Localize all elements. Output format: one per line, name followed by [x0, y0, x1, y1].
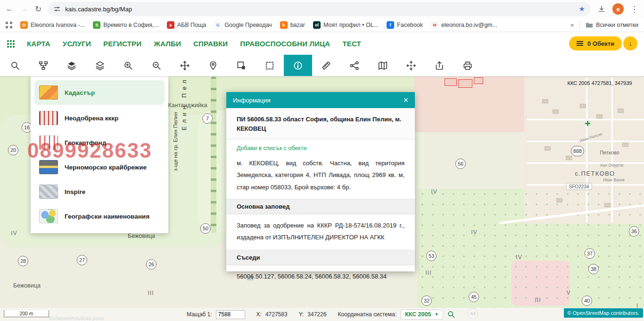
divider — [579, 21, 580, 29]
abv-mail-favicon: a — [167, 21, 174, 29]
site-nav: КАРТА УСЛУГИ РЕГИСТРИ ЖАЛБИ СПРАВКИ ПРАВ… — [0, 32, 644, 55]
bookmark-item[interactable]: olМоят профил • OL... — [313, 21, 379, 29]
nav-item-registri[interactable]: РЕГИСТРИ — [103, 40, 141, 48]
locate-icon[interactable] — [199, 55, 227, 76]
nav-item-test[interactable]: ТЕСТ — [342, 40, 361, 48]
geokartfond-layer-icon — [39, 135, 58, 150]
y-value: 347226 — [307, 311, 326, 318]
clear-selection-icon[interactable] — [256, 55, 284, 76]
objects-button[interactable]: 0 Обекти — [569, 36, 622, 51]
scale-bar-label: 200 m — [19, 311, 33, 316]
layers-panel-item-neodobrena-kkkr[interactable]: Неодобрена кккр — [31, 106, 168, 130]
nav-item-spravki[interactable]: СПРАВКИ — [193, 40, 228, 48]
bookmark-item[interactable]: SВремето в София,... — [93, 21, 158, 29]
map-road — [527, 119, 644, 120]
bookmark-item[interactable]: bbazar — [280, 21, 305, 29]
downloads-icon[interactable] — [597, 5, 606, 13]
map-region-residential — [414, 76, 543, 132]
map-road — [527, 162, 644, 164]
bookmark-item[interactable]: GGoogle Преводач — [214, 21, 272, 29]
order-text: Заповед за одобрение на КККР РД-18-574/1… — [226, 214, 415, 250]
pan-icon[interactable] — [171, 55, 199, 76]
crs-value: ККС 2005 — [405, 311, 431, 318]
apps-grid-icon[interactable] — [6, 22, 12, 28]
map-building — [556, 198, 562, 203]
browser-toolbar: ← → ↻ kais.cadastre.bg/bg/Map ★ e ⋮ — [0, 0, 644, 18]
info-icon[interactable] — [284, 55, 312, 76]
url-text: kais.cadastre.bg/bg/Map — [65, 6, 132, 13]
chevron-down-icon: ▼ — [434, 312, 438, 317]
export-icon[interactable] — [425, 55, 454, 76]
objects-controls: 0 Обекти ↓ — [569, 36, 637, 51]
layers-panel-item-kadastar[interactable]: Кадастър — [34, 80, 165, 105]
zoom-in-icon[interactable] — [114, 55, 142, 76]
bookmark-label: bazar — [290, 22, 305, 28]
y-label: Y: — [299, 311, 304, 318]
map-parcel-outline — [445, 78, 457, 86]
bookmark-item[interactable]: Meleonora.bo.iv@gm... — [431, 21, 497, 29]
app-grid-icon[interactable] — [7, 40, 15, 48]
map-building — [618, 109, 624, 113]
forward-icon[interactable]: → — [20, 4, 28, 14]
info-popup-body: ПИ 56006.58.33 област София, община Елин… — [226, 108, 415, 289]
map-building — [604, 203, 611, 207]
layers-panel-item-geografski-naimenovaniya[interactable]: Географски наименования — [31, 204, 168, 228]
layers-panel-item-inspire[interactable]: Inspire — [31, 179, 168, 204]
objects-button-label: 0 Обекти — [587, 40, 614, 47]
site-settings-icon[interactable] — [54, 6, 60, 12]
goto-coordinates-icon[interactable] — [397, 55, 425, 76]
nav-item-zhalbi[interactable]: ЖАЛБИ — [154, 40, 181, 48]
share-icon[interactable] — [340, 55, 369, 76]
osm-attribution[interactable]: © OpenStreetMap contributors. — [564, 308, 643, 318]
geographic-names-layer-icon — [39, 209, 58, 223]
bookmarks-overflow-icon[interactable]: » — [570, 21, 574, 28]
map-road — [527, 141, 644, 142]
layers-icon[interactable] — [58, 55, 86, 76]
bookmark-star-icon[interactable]: ★ — [579, 5, 585, 13]
layer-label: Inspire — [65, 188, 85, 195]
layer-tree-icon[interactable] — [29, 55, 58, 76]
x-label: X: — [256, 311, 262, 318]
nav-item-uslugi[interactable]: УСЛУГИ — [63, 40, 91, 48]
browser-menu-icon[interactable]: ⋮ — [630, 4, 638, 14]
info-popup-header[interactable]: Информация × — [226, 92, 415, 108]
coordinate-search-icon[interactable] — [447, 310, 455, 319]
neighbors-section-header: Съседи — [226, 250, 415, 265]
map-sheets-icon[interactable] — [369, 55, 397, 76]
objects-expand-button[interactable]: ↓ — [623, 36, 637, 51]
map-building — [622, 143, 628, 147]
layers-alt-icon[interactable] — [86, 55, 114, 76]
address-bar[interactable]: kais.cadastre.bg/bg/Map ★ — [48, 2, 591, 16]
crs-select[interactable]: ККС 2005 ▼ — [400, 310, 443, 320]
back-icon[interactable]: ← — [6, 4, 14, 14]
print-icon[interactable] — [454, 55, 482, 76]
scale-input[interactable] — [216, 310, 245, 319]
refresh-icon[interactable]: ↻ — [35, 4, 41, 14]
nav-item-pravosposobni-litsa[interactable]: ПРАВОСПОСОБНИ ЛИЦА — [240, 40, 330, 48]
add-to-objects-link[interactable]: Добави в списък с обекти — [226, 139, 415, 152]
select-area-icon[interactable] — [227, 55, 256, 76]
all-bookmarks-label: Всички отметки — [596, 22, 638, 28]
close-icon[interactable]: × — [403, 96, 408, 104]
layers-panel-item-chernomorsko-kraybrezhie[interactable]: Черноморско крайбрежие — [31, 155, 168, 179]
all-bookmarks-button[interactable]: Всички отметки — [586, 22, 638, 28]
bookmark-item[interactable]: fFacebook — [387, 21, 423, 29]
bookmark-item[interactable]: aАБВ Поща — [167, 21, 206, 29]
map-parcel-outline — [474, 77, 483, 84]
bookmark-label: Eleonora Ivanova -... — [31, 22, 85, 28]
scale-label: Мащаб 1: — [187, 311, 212, 318]
bookmark-item[interactable]: OEleonora Ivanova -... — [20, 21, 85, 29]
nav-item-karta[interactable]: КАРТА — [27, 40, 50, 48]
info-popup: Информация × ПИ 56006.58.33 област София… — [226, 92, 415, 271]
layers-panel-item-geokartfond[interactable]: Геокартфонд — [31, 130, 168, 155]
facebook-favicon: f — [387, 21, 394, 29]
search-icon[interactable] — [1, 55, 29, 76]
unapproved-kkkr-layer-icon — [39, 111, 58, 125]
map-parcel-outline — [458, 79, 472, 88]
zoom-out-icon[interactable] — [142, 55, 171, 76]
measure-icon[interactable] — [312, 55, 340, 76]
map-building — [545, 146, 551, 151]
profile-avatar[interactable]: e — [612, 3, 624, 15]
map-tree-row — [211, 76, 216, 233]
map-building — [566, 156, 572, 160]
